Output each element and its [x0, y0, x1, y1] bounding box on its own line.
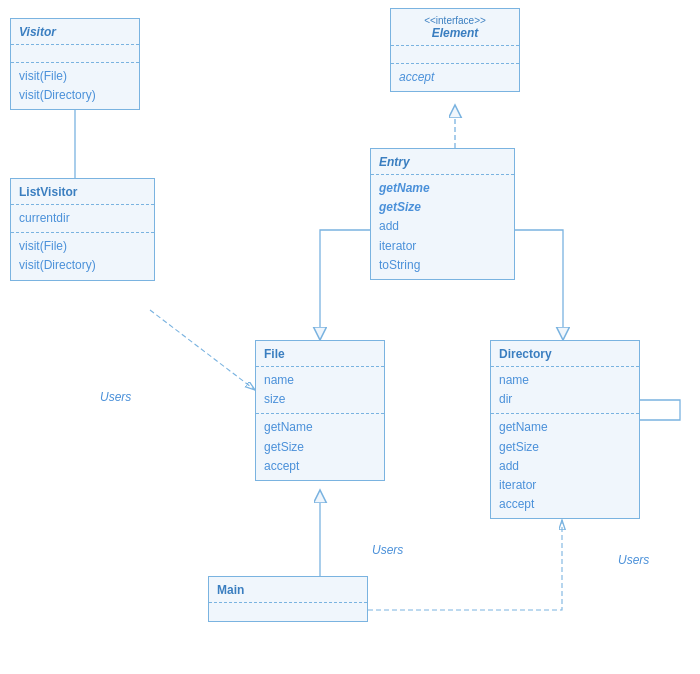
- file-method-getsize: getSize: [264, 438, 376, 457]
- listvisitor-box: ListVisitor currentdir visit(File) visit…: [10, 178, 155, 281]
- visitor-section-methods: visit(File) visit(Directory): [11, 63, 139, 109]
- directory-box: Directory name dir getName getSize add i…: [490, 340, 640, 519]
- element-section-attrs: [391, 46, 519, 64]
- directory-section-methods: getName getSize add iterator accept: [491, 414, 639, 518]
- entry-box: Entry getName getSize add iterator toStr…: [370, 148, 515, 280]
- listvisitor-section-attrs: currentdir: [11, 205, 154, 233]
- main-title: Main: [209, 577, 367, 603]
- element-title: <<interface>> Element: [391, 9, 519, 46]
- directory-title: Directory: [491, 341, 639, 367]
- directory-method-getname: getName: [499, 418, 631, 437]
- file-section-methods: getName getSize accept: [256, 414, 384, 480]
- entry-method-iterator: iterator: [379, 237, 506, 256]
- directory-section-attrs: name dir: [491, 367, 639, 414]
- entry-method-tostring: toString: [379, 256, 506, 275]
- label-users-1: Users: [100, 390, 131, 404]
- entry-method-getsize: getSize: [379, 198, 506, 217]
- element-box: <<interface>> Element accept: [390, 8, 520, 92]
- main-box: Main: [208, 576, 368, 622]
- listvisitor-section-methods: visit(File) visit(Directory): [11, 233, 154, 279]
- visitor-method-2: visit(Directory): [19, 86, 131, 105]
- file-attr-size: size: [264, 390, 376, 409]
- element-section-methods: accept: [391, 64, 519, 91]
- element-method-accept: accept: [399, 68, 511, 87]
- entry-method-getname: getName: [379, 179, 506, 198]
- entry-title: Entry: [371, 149, 514, 175]
- entry-method-add: add: [379, 217, 506, 236]
- visitor-box: Visitor visit(File) visit(Directory): [10, 18, 140, 110]
- file-title: File: [256, 341, 384, 367]
- uml-diagram: Visitor visit(File) visit(Directory) Lis…: [0, 0, 700, 674]
- directory-method-iterator: iterator: [499, 476, 631, 495]
- file-section-attrs: name size: [256, 367, 384, 414]
- entry-section-methods: getName getSize add iterator toString: [371, 175, 514, 279]
- main-section: [209, 603, 367, 621]
- label-users-3: Users: [618, 553, 649, 567]
- label-users-2: Users: [372, 543, 403, 557]
- listvisitor-attr-1: currentdir: [19, 209, 146, 228]
- listvisitor-method-2: visit(Directory): [19, 256, 146, 275]
- file-box: File name size getName getSize accept: [255, 340, 385, 481]
- listvisitor-title: ListVisitor: [11, 179, 154, 205]
- directory-method-accept: accept: [499, 495, 631, 514]
- visitor-method-1: visit(File): [19, 67, 131, 86]
- directory-method-add: add: [499, 457, 631, 476]
- file-method-accept: accept: [264, 457, 376, 476]
- visitor-section-attrs: [11, 45, 139, 63]
- directory-attr-dir: dir: [499, 390, 631, 409]
- directory-method-getsize: getSize: [499, 438, 631, 457]
- svg-line-2: [150, 310, 255, 390]
- listvisitor-method-1: visit(File): [19, 237, 146, 256]
- element-stereotype: <<interface>>: [399, 15, 511, 26]
- visitor-title: Visitor: [11, 19, 139, 45]
- file-attr-name: name: [264, 371, 376, 390]
- file-method-getname: getName: [264, 418, 376, 437]
- directory-attr-name: name: [499, 371, 631, 390]
- element-name: Element: [432, 26, 479, 40]
